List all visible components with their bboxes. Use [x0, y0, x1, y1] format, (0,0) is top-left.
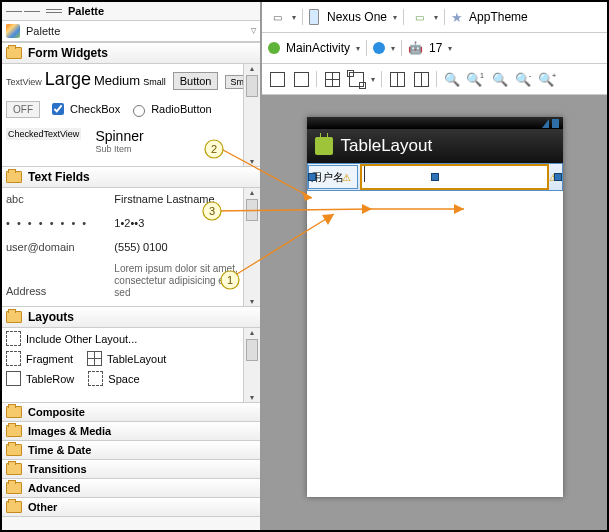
include-icon: [6, 331, 21, 346]
textview-small[interactable]: Small: [143, 77, 166, 87]
scroll-up-icon[interactable]: ▴: [250, 328, 254, 337]
scroll-up-icon[interactable]: ▴: [250, 188, 254, 197]
checkbox-input[interactable]: [52, 103, 64, 115]
toggle-viewport-2[interactable]: [292, 70, 310, 88]
phone-widget[interactable]: (555) 0100: [114, 241, 239, 253]
canvas[interactable]: TableLayout 用户名⚠ ⚠: [262, 95, 607, 530]
dropdown-icon[interactable]: ▾: [356, 44, 360, 53]
person-name-widget[interactable]: Firstname Lastname: [114, 193, 239, 205]
textview-large[interactable]: Large: [45, 69, 91, 90]
text-fields-content: abc Firstname Lastname • • • • • • • • 1…: [2, 188, 243, 306]
small-button-widget[interactable]: Small: [225, 75, 243, 89]
scrollbar[interactable]: ▴ ▾: [243, 188, 260, 306]
section-label: Time & Date: [28, 444, 91, 456]
toolbar-row-3: ▾ 🔍 🔍 🔍 🔍 🔍: [262, 64, 607, 95]
section-label: Other: [28, 501, 57, 513]
section-label: Transitions: [28, 463, 87, 475]
section-transitions[interactable]: Transitions: [2, 459, 260, 478]
section-text-fields[interactable]: Text Fields: [2, 166, 260, 188]
zoom-out[interactable]: 🔍: [515, 70, 533, 88]
android-icon: 🤖: [408, 41, 423, 55]
scroll-down-icon[interactable]: ▾: [250, 297, 254, 306]
section-other[interactable]: Other: [2, 497, 260, 517]
folder-icon: [6, 444, 22, 456]
activity-selector[interactable]: MainActivity: [286, 41, 350, 55]
tablelayout-view[interactable]: 用户名⚠ ⚠: [307, 163, 563, 191]
column-1[interactable]: [388, 70, 406, 88]
spinner-widget[interactable]: Spinner Sub Item: [95, 128, 143, 154]
zoom-fit[interactable]: 🔍: [443, 70, 461, 88]
space-widget[interactable]: Space: [88, 371, 139, 386]
include-layout-widget[interactable]: Include Other Layout...: [6, 331, 137, 346]
checkbox-widget[interactable]: CheckBox: [48, 100, 120, 118]
scroll-thumb[interactable]: [246, 339, 258, 361]
expand-button[interactable]: [347, 70, 365, 88]
address-widget[interactable]: Address: [6, 285, 114, 299]
folder-icon: [6, 501, 22, 513]
device-selector[interactable]: Nexus One: [327, 10, 387, 24]
section-label: Layouts: [28, 310, 74, 324]
zoom-100[interactable]: 🔍: [467, 70, 485, 88]
scroll-thumb[interactable]: [246, 75, 258, 97]
dropdown-icon[interactable]: ▾: [393, 13, 397, 22]
column-2[interactable]: [412, 70, 430, 88]
fragment-icon: [6, 351, 21, 366]
section-images-media[interactable]: Images & Media: [2, 421, 260, 440]
section-form-widgets[interactable]: Form Widgets: [2, 42, 260, 64]
locale-icon[interactable]: [373, 42, 385, 54]
scroll-thumb[interactable]: [246, 199, 258, 221]
layout-bounds[interactable]: [323, 70, 341, 88]
device-icon: [309, 9, 319, 25]
button-widget[interactable]: Button: [173, 72, 219, 90]
toolbar-row-1: ▭ ▾ Nexus One ▾ ▭ ▾ ★ AppTheme: [262, 2, 607, 33]
api-selector[interactable]: 17: [429, 41, 442, 55]
zoom-reset[interactable]: 🔍: [491, 70, 509, 88]
palette-title-bar: Palette: [2, 2, 260, 21]
zoom-in[interactable]: 🔍: [539, 70, 557, 88]
battery-icon: [552, 119, 559, 128]
section-layouts[interactable]: Layouts: [2, 306, 260, 328]
dropdown-icon[interactable]: ▾: [371, 75, 375, 84]
scrollbar[interactable]: ▴ ▾: [243, 64, 260, 166]
radio-input[interactable]: [133, 105, 145, 117]
palette-icon: [6, 24, 20, 38]
palette-view-selector[interactable]: Palette ▽: [2, 21, 260, 42]
dropdown-icon[interactable]: ▾: [448, 44, 452, 53]
radiobutton-widget[interactable]: RadioButton: [128, 102, 212, 117]
password-widget[interactable]: • • • • • • • •: [6, 215, 114, 231]
star-icon: ★: [451, 10, 463, 25]
app-title: TableLayout: [341, 136, 433, 156]
toggle-viewport[interactable]: [268, 70, 286, 88]
dropdown-icon[interactable]: ▾: [434, 13, 438, 22]
dropdown-icon[interactable]: ▾: [391, 44, 395, 53]
selection-handle[interactable]: [308, 173, 316, 181]
scroll-up-icon[interactable]: ▴: [250, 64, 254, 73]
plain-text-widget[interactable]: abc: [6, 191, 114, 207]
config-chooser[interactable]: ▭: [268, 8, 286, 26]
folder-icon: [6, 482, 22, 494]
textview-label[interactable]: TextView: [6, 77, 42, 87]
activity-icon: [268, 42, 280, 54]
multiline-text-widget[interactable]: Lorem ipsum dolor sit amet, consectetur …: [114, 263, 239, 299]
tablerow-view[interactable]: 用户名⚠ ⚠: [307, 163, 563, 191]
tablelayout-widget[interactable]: TableLayout: [87, 351, 166, 366]
scroll-down-icon[interactable]: ▾: [250, 157, 254, 166]
section-composite[interactable]: Composite: [2, 402, 260, 421]
scrollbar[interactable]: ▴ ▾: [243, 328, 260, 402]
palette-dropdown-label: Palette: [26, 25, 245, 37]
scroll-down-icon[interactable]: ▾: [250, 393, 254, 402]
togglebutton-widget[interactable]: OFF: [6, 101, 40, 118]
section-time-date[interactable]: Time & Date: [2, 440, 260, 459]
tablerow-widget[interactable]: TableRow: [6, 371, 74, 386]
selection-handle[interactable]: [431, 173, 439, 181]
email-widget[interactable]: user@domain: [6, 239, 114, 255]
dropdown-icon[interactable]: ▾: [292, 13, 296, 22]
theme-selector[interactable]: AppTheme: [469, 10, 528, 24]
password-numeric-widget[interactable]: 1•2••3: [114, 217, 239, 229]
orientation-button[interactable]: ▭: [410, 8, 428, 26]
textview-medium[interactable]: Medium: [94, 73, 140, 88]
selection-handle[interactable]: [554, 173, 562, 181]
section-advanced[interactable]: Advanced: [2, 478, 260, 497]
checkedtextview-widget[interactable]: CheckedTextView: [6, 128, 81, 140]
fragment-widget[interactable]: Fragment: [6, 351, 73, 366]
